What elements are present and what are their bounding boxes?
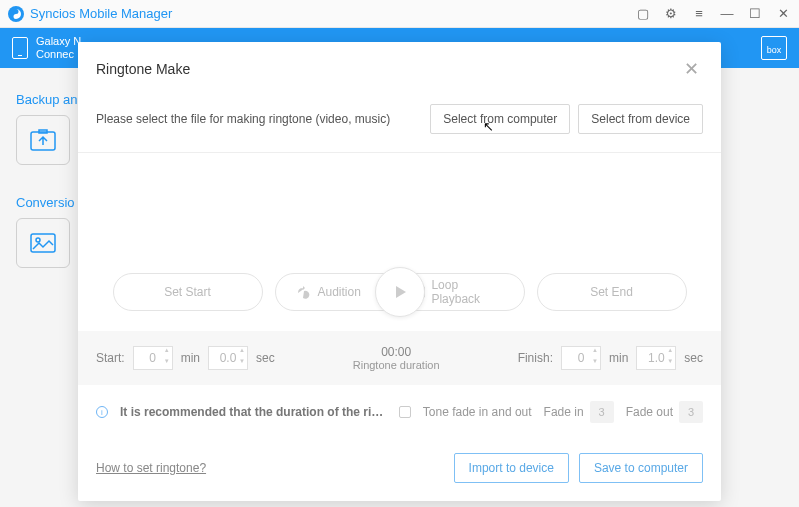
cursor-icon: ↖ bbox=[483, 119, 494, 134]
audition-button[interactable]: Audition bbox=[276, 285, 376, 299]
import-to-device-button[interactable]: Import to device bbox=[454, 453, 569, 483]
duration-value: 00:00 bbox=[275, 345, 518, 359]
ringtone-modal: Ringtone Make ✕ Please select the file f… bbox=[78, 42, 721, 501]
select-from-computer-button[interactable]: Select from computer bbox=[430, 104, 570, 134]
start-min-input[interactable]: 0▲▼ bbox=[133, 346, 173, 370]
finish-sec-input[interactable]: 1.0▲▼ bbox=[636, 346, 676, 370]
modal-title: Ringtone Make bbox=[96, 61, 190, 77]
start-sec-input[interactable]: 0.0▲▼ bbox=[208, 346, 248, 370]
close-icon[interactable]: ✕ bbox=[680, 56, 703, 82]
play-icon bbox=[392, 284, 408, 300]
how-to-link[interactable]: How to set ringtone? bbox=[96, 461, 206, 475]
play-button[interactable] bbox=[375, 267, 425, 317]
select-from-device-button[interactable]: Select from device bbox=[578, 104, 703, 134]
set-start-button[interactable]: Set Start bbox=[113, 273, 263, 311]
fade-in-label: Fade in bbox=[544, 405, 584, 419]
fade-in-input[interactable]: 3 bbox=[590, 401, 614, 423]
instruction-text: Please select the file for making ringto… bbox=[96, 112, 422, 126]
playback-controls: Audition Loop Playback bbox=[275, 273, 525, 311]
set-end-button[interactable]: Set End bbox=[537, 273, 687, 311]
tone-fade-label: Tone fade in and out bbox=[423, 405, 532, 419]
info-icon: i bbox=[96, 406, 108, 418]
finish-label: Finish: bbox=[518, 351, 553, 365]
save-to-computer-button[interactable]: Save to computer bbox=[579, 453, 703, 483]
fade-out-label: Fade out bbox=[626, 405, 673, 419]
finish-min-input[interactable]: 0▲▼ bbox=[561, 346, 601, 370]
tone-fade-checkbox[interactable] bbox=[399, 406, 411, 418]
fade-out-input[interactable]: 3 bbox=[679, 401, 703, 423]
recommendation-text: It is recommended that the duration of t… bbox=[120, 405, 387, 419]
duration-label: Ringtone duration bbox=[275, 359, 518, 371]
loop-playback-toggle[interactable]: Loop Playback bbox=[414, 278, 524, 306]
start-label: Start: bbox=[96, 351, 125, 365]
